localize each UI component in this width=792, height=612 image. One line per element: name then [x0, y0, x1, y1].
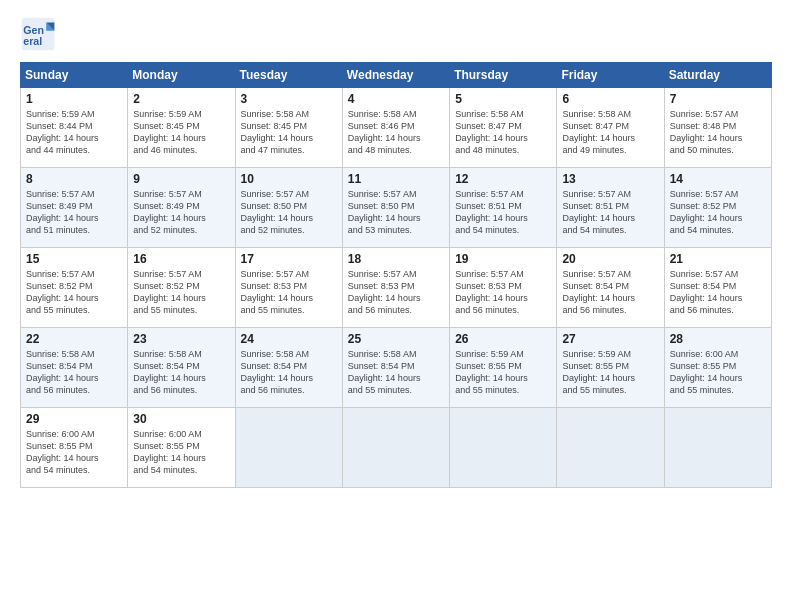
calendar-cell: 15Sunrise: 5:57 AM Sunset: 8:52 PM Dayli…: [21, 248, 128, 328]
cell-info: Sunrise: 6:00 AM Sunset: 8:55 PM Dayligh…: [133, 428, 229, 477]
calendar-cell: 14Sunrise: 5:57 AM Sunset: 8:52 PM Dayli…: [664, 168, 771, 248]
calendar-cell: 9Sunrise: 5:57 AM Sunset: 8:49 PM Daylig…: [128, 168, 235, 248]
day-number: 15: [26, 252, 122, 266]
day-number: 4: [348, 92, 444, 106]
cell-info: Sunrise: 5:57 AM Sunset: 8:53 PM Dayligh…: [348, 268, 444, 317]
day-number: 28: [670, 332, 766, 346]
day-number: 19: [455, 252, 551, 266]
day-number: 24: [241, 332, 337, 346]
day-number: 17: [241, 252, 337, 266]
cell-info: Sunrise: 5:58 AM Sunset: 8:54 PM Dayligh…: [133, 348, 229, 397]
weekday-tuesday: Tuesday: [235, 63, 342, 88]
calendar-cell: 7Sunrise: 5:57 AM Sunset: 8:48 PM Daylig…: [664, 88, 771, 168]
day-number: 12: [455, 172, 551, 186]
cell-info: Sunrise: 5:58 AM Sunset: 8:54 PM Dayligh…: [348, 348, 444, 397]
day-number: 6: [562, 92, 658, 106]
cell-info: Sunrise: 5:57 AM Sunset: 8:52 PM Dayligh…: [26, 268, 122, 317]
week-row-1: 8Sunrise: 5:57 AM Sunset: 8:49 PM Daylig…: [21, 168, 772, 248]
header: Gen eral: [20, 16, 772, 52]
cell-info: Sunrise: 5:59 AM Sunset: 8:55 PM Dayligh…: [562, 348, 658, 397]
cell-info: Sunrise: 5:57 AM Sunset: 8:52 PM Dayligh…: [670, 188, 766, 237]
calendar-cell: 24Sunrise: 5:58 AM Sunset: 8:54 PM Dayli…: [235, 328, 342, 408]
cell-info: Sunrise: 5:57 AM Sunset: 8:53 PM Dayligh…: [455, 268, 551, 317]
day-number: 25: [348, 332, 444, 346]
cell-info: Sunrise: 5:57 AM Sunset: 8:49 PM Dayligh…: [26, 188, 122, 237]
cell-info: Sunrise: 5:58 AM Sunset: 8:46 PM Dayligh…: [348, 108, 444, 157]
cell-info: Sunrise: 5:59 AM Sunset: 8:44 PM Dayligh…: [26, 108, 122, 157]
day-number: 30: [133, 412, 229, 426]
weekday-saturday: Saturday: [664, 63, 771, 88]
calendar-cell: 13Sunrise: 5:57 AM Sunset: 8:51 PM Dayli…: [557, 168, 664, 248]
calendar-cell: [450, 408, 557, 488]
logo-area: Gen eral: [20, 16, 60, 52]
calendar-cell: 29Sunrise: 6:00 AM Sunset: 8:55 PM Dayli…: [21, 408, 128, 488]
cell-info: Sunrise: 5:57 AM Sunset: 8:52 PM Dayligh…: [133, 268, 229, 317]
cell-info: Sunrise: 5:57 AM Sunset: 8:50 PM Dayligh…: [348, 188, 444, 237]
cell-info: Sunrise: 5:57 AM Sunset: 8:54 PM Dayligh…: [670, 268, 766, 317]
weekday-sunday: Sunday: [21, 63, 128, 88]
cell-info: Sunrise: 5:57 AM Sunset: 8:53 PM Dayligh…: [241, 268, 337, 317]
calendar-cell: 6Sunrise: 5:58 AM Sunset: 8:47 PM Daylig…: [557, 88, 664, 168]
calendar-cell: 3Sunrise: 5:58 AM Sunset: 8:45 PM Daylig…: [235, 88, 342, 168]
calendar-cell: 5Sunrise: 5:58 AM Sunset: 8:47 PM Daylig…: [450, 88, 557, 168]
day-number: 10: [241, 172, 337, 186]
week-row-2: 15Sunrise: 5:57 AM Sunset: 8:52 PM Dayli…: [21, 248, 772, 328]
cell-info: Sunrise: 5:59 AM Sunset: 8:45 PM Dayligh…: [133, 108, 229, 157]
calendar-cell: 1Sunrise: 5:59 AM Sunset: 8:44 PM Daylig…: [21, 88, 128, 168]
day-number: 20: [562, 252, 658, 266]
weekday-thursday: Thursday: [450, 63, 557, 88]
calendar-cell: 21Sunrise: 5:57 AM Sunset: 8:54 PM Dayli…: [664, 248, 771, 328]
calendar-cell: 2Sunrise: 5:59 AM Sunset: 8:45 PM Daylig…: [128, 88, 235, 168]
calendar-cell: 28Sunrise: 6:00 AM Sunset: 8:55 PM Dayli…: [664, 328, 771, 408]
calendar-cell: [557, 408, 664, 488]
day-number: 3: [241, 92, 337, 106]
calendar-cell: 20Sunrise: 5:57 AM Sunset: 8:54 PM Dayli…: [557, 248, 664, 328]
day-number: 9: [133, 172, 229, 186]
weekday-header-row: SundayMondayTuesdayWednesdayThursdayFrid…: [21, 63, 772, 88]
calendar-body: 1Sunrise: 5:59 AM Sunset: 8:44 PM Daylig…: [21, 88, 772, 488]
cell-info: Sunrise: 5:57 AM Sunset: 8:48 PM Dayligh…: [670, 108, 766, 157]
calendar-cell: 4Sunrise: 5:58 AM Sunset: 8:46 PM Daylig…: [342, 88, 449, 168]
weekday-monday: Monday: [128, 63, 235, 88]
calendar-cell: 17Sunrise: 5:57 AM Sunset: 8:53 PM Dayli…: [235, 248, 342, 328]
calendar-cell: 12Sunrise: 5:57 AM Sunset: 8:51 PM Dayli…: [450, 168, 557, 248]
cell-info: Sunrise: 5:57 AM Sunset: 8:50 PM Dayligh…: [241, 188, 337, 237]
cell-info: Sunrise: 6:00 AM Sunset: 8:55 PM Dayligh…: [670, 348, 766, 397]
cell-info: Sunrise: 5:58 AM Sunset: 8:47 PM Dayligh…: [562, 108, 658, 157]
calendar-cell: [664, 408, 771, 488]
day-number: 23: [133, 332, 229, 346]
calendar-cell: 19Sunrise: 5:57 AM Sunset: 8:53 PM Dayli…: [450, 248, 557, 328]
day-number: 7: [670, 92, 766, 106]
day-number: 22: [26, 332, 122, 346]
day-number: 29: [26, 412, 122, 426]
day-number: 27: [562, 332, 658, 346]
weekday-wednesday: Wednesday: [342, 63, 449, 88]
cell-info: Sunrise: 5:58 AM Sunset: 8:45 PM Dayligh…: [241, 108, 337, 157]
day-number: 13: [562, 172, 658, 186]
calendar-cell: 8Sunrise: 5:57 AM Sunset: 8:49 PM Daylig…: [21, 168, 128, 248]
cell-info: Sunrise: 5:57 AM Sunset: 8:51 PM Dayligh…: [562, 188, 658, 237]
calendar-table: SundayMondayTuesdayWednesdayThursdayFrid…: [20, 62, 772, 488]
logo-icon: Gen eral: [20, 16, 56, 52]
day-number: 1: [26, 92, 122, 106]
cell-info: Sunrise: 5:58 AM Sunset: 8:54 PM Dayligh…: [241, 348, 337, 397]
calendar-cell: 22Sunrise: 5:58 AM Sunset: 8:54 PM Dayli…: [21, 328, 128, 408]
day-number: 18: [348, 252, 444, 266]
day-number: 26: [455, 332, 551, 346]
cell-info: Sunrise: 5:57 AM Sunset: 8:49 PM Dayligh…: [133, 188, 229, 237]
cell-info: Sunrise: 5:59 AM Sunset: 8:55 PM Dayligh…: [455, 348, 551, 397]
calendar-cell: [342, 408, 449, 488]
week-row-4: 29Sunrise: 6:00 AM Sunset: 8:55 PM Dayli…: [21, 408, 772, 488]
cell-info: Sunrise: 5:58 AM Sunset: 8:54 PM Dayligh…: [26, 348, 122, 397]
calendar-cell: 30Sunrise: 6:00 AM Sunset: 8:55 PM Dayli…: [128, 408, 235, 488]
day-number: 2: [133, 92, 229, 106]
svg-text:Gen: Gen: [23, 24, 44, 36]
cell-info: Sunrise: 5:57 AM Sunset: 8:51 PM Dayligh…: [455, 188, 551, 237]
calendar-cell: 25Sunrise: 5:58 AM Sunset: 8:54 PM Dayli…: [342, 328, 449, 408]
calendar-cell: 16Sunrise: 5:57 AM Sunset: 8:52 PM Dayli…: [128, 248, 235, 328]
day-number: 21: [670, 252, 766, 266]
calendar-cell: 11Sunrise: 5:57 AM Sunset: 8:50 PM Dayli…: [342, 168, 449, 248]
day-number: 5: [455, 92, 551, 106]
day-number: 8: [26, 172, 122, 186]
cell-info: Sunrise: 5:57 AM Sunset: 8:54 PM Dayligh…: [562, 268, 658, 317]
